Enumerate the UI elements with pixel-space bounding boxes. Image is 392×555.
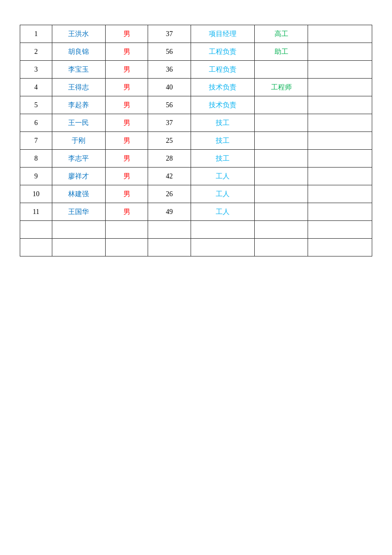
table-row: 8李志平男28技工 xyxy=(20,150,372,168)
table-cell xyxy=(255,203,308,221)
table-cell: 男 xyxy=(105,43,148,61)
table-cell: 男 xyxy=(105,168,148,185)
empty-cell xyxy=(52,221,105,239)
table-cell: 37 xyxy=(148,25,191,43)
table-cell: 王得志 xyxy=(52,79,105,96)
table-cell xyxy=(308,132,372,150)
empty-cell xyxy=(52,239,105,256)
table-cell: 李起养 xyxy=(52,96,105,114)
table-cell: 技工 xyxy=(191,150,255,168)
table-row: 1王洪水男37项目经理高工 xyxy=(20,25,372,43)
table-cell: 王一民 xyxy=(52,114,105,132)
table-cell: 4 xyxy=(20,79,52,96)
table-cell: 男 xyxy=(105,96,148,114)
table-cell: 男 xyxy=(105,203,148,221)
empty-cell xyxy=(148,239,191,256)
empty-cell xyxy=(20,239,52,256)
table-cell: 37 xyxy=(148,114,191,132)
table-cell: 王国华 xyxy=(52,203,105,221)
table-cell xyxy=(255,96,308,114)
table-row: 6王一民男37技工 xyxy=(20,114,372,132)
table-row: 5李起养男56技术负责 xyxy=(20,96,372,114)
table-cell: 7 xyxy=(20,132,52,150)
table-cell xyxy=(255,150,308,168)
table-cell: 男 xyxy=(105,79,148,96)
table-cell xyxy=(308,43,372,61)
table-cell: 9 xyxy=(20,168,52,185)
table-container: 1王洪水男37项目经理高工2胡良锦男56工程负责助工3李宝玉男36工程负责4王得… xyxy=(20,25,372,256)
empty-cell xyxy=(255,239,308,256)
table-row: 11王国华男49工人 xyxy=(20,203,372,221)
table-row: 10林建强男26工人 xyxy=(20,185,372,203)
table-cell: 技工 xyxy=(191,132,255,150)
empty-cell xyxy=(105,239,148,256)
table-row: 4王得志男40技术负责工程师 xyxy=(20,79,372,96)
empty-cell xyxy=(308,239,372,256)
empty-cell xyxy=(191,239,255,256)
page: 1王洪水男37项目经理高工2胡良锦男56工程负责助工3李宝玉男36工程负责4王得… xyxy=(0,0,392,555)
table-row: 3李宝玉男36工程负责 xyxy=(20,61,372,79)
empty-cell xyxy=(148,221,191,239)
empty-cell xyxy=(255,221,308,239)
table-cell: 2 xyxy=(20,43,52,61)
table-cell: 49 xyxy=(148,203,191,221)
table-cell: 男 xyxy=(105,114,148,132)
table-cell: 40 xyxy=(148,79,191,96)
table-row: 2胡良锦男56工程负责助工 xyxy=(20,43,372,61)
table-cell xyxy=(255,132,308,150)
table-cell: 11 xyxy=(20,203,52,221)
table-cell: 5 xyxy=(20,96,52,114)
table-cell: 助工 xyxy=(255,43,308,61)
table-cell: 工人 xyxy=(191,203,255,221)
table-cell xyxy=(255,185,308,203)
empty-cell xyxy=(191,221,255,239)
table-cell: 项目经理 xyxy=(191,25,255,43)
table-cell: 28 xyxy=(148,150,191,168)
table-cell: 王洪水 xyxy=(52,25,105,43)
table-cell: 36 xyxy=(148,61,191,79)
table-cell: 工程负责 xyxy=(191,43,255,61)
table-cell: 技工 xyxy=(191,114,255,132)
table-cell: 8 xyxy=(20,150,52,168)
table-cell: 胡良锦 xyxy=(52,43,105,61)
table-cell: 廖祥才 xyxy=(52,168,105,185)
table-cell: 于刚 xyxy=(52,132,105,150)
table-cell xyxy=(308,79,372,96)
table-cell xyxy=(308,96,372,114)
table-cell: 工程师 xyxy=(255,79,308,96)
table-cell xyxy=(308,25,372,43)
empty-row xyxy=(20,239,372,256)
table-cell: 工程负责 xyxy=(191,61,255,79)
table-cell xyxy=(308,185,372,203)
table-cell xyxy=(255,114,308,132)
table-cell: 技术负责 xyxy=(191,96,255,114)
table-cell: 42 xyxy=(148,168,191,185)
table-cell: 李宝玉 xyxy=(52,61,105,79)
table-cell: 56 xyxy=(148,43,191,61)
table-cell: 工人 xyxy=(191,168,255,185)
table-cell: 26 xyxy=(148,185,191,203)
table-cell: 工人 xyxy=(191,185,255,203)
table-cell: 男 xyxy=(105,61,148,79)
table-cell xyxy=(255,61,308,79)
table-cell xyxy=(255,168,308,185)
table-cell: 李志平 xyxy=(52,150,105,168)
table-cell xyxy=(308,203,372,221)
table-cell: 25 xyxy=(148,132,191,150)
table-cell: 1 xyxy=(20,25,52,43)
table-cell: 男 xyxy=(105,150,148,168)
empty-cell xyxy=(105,221,148,239)
table-row: 7于刚男25技工 xyxy=(20,132,372,150)
table-cell: 男 xyxy=(105,132,148,150)
empty-row xyxy=(20,221,372,239)
empty-cell xyxy=(308,221,372,239)
table-cell: 6 xyxy=(20,114,52,132)
empty-cell xyxy=(20,221,52,239)
table-cell: 男 xyxy=(105,25,148,43)
table-cell: 56 xyxy=(148,96,191,114)
table-cell: 高工 xyxy=(255,25,308,43)
table-cell xyxy=(308,114,372,132)
personnel-table: 1王洪水男37项目经理高工2胡良锦男56工程负责助工3李宝玉男36工程负责4王得… xyxy=(20,25,372,256)
table-cell xyxy=(308,150,372,168)
table-cell: 3 xyxy=(20,61,52,79)
